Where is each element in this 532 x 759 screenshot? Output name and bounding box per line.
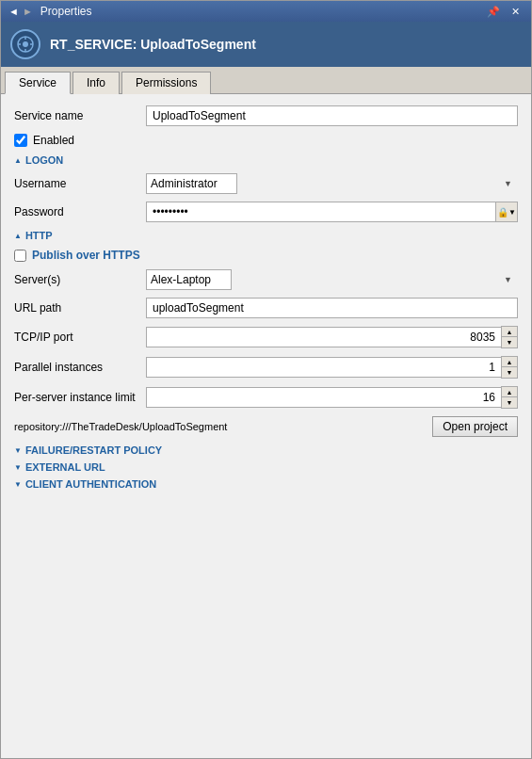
per-server-limit-input[interactable] bbox=[146, 387, 501, 408]
close-button[interactable]: ✕ bbox=[508, 6, 524, 18]
parallel-instances-row: Parallel instances ▲ ▼ bbox=[14, 356, 518, 379]
password-wrapper: 🔒▼ bbox=[146, 202, 518, 222]
logon-section-header[interactable]: LOGON bbox=[14, 154, 518, 166]
per-server-limit-decrement-button[interactable]: ▼ bbox=[502, 397, 517, 408]
failure-restart-section: FAILURE/RESTART POLICY bbox=[14, 444, 518, 456]
external-url-section-header[interactable]: EXTERNAL URL bbox=[14, 461, 518, 473]
title-bar-controls: 📌 ✕ bbox=[483, 6, 524, 18]
parallel-instances-input[interactable] bbox=[146, 357, 501, 378]
failure-restart-section-header[interactable]: FAILURE/RESTART POLICY bbox=[14, 444, 518, 456]
url-path-label: URL path bbox=[14, 301, 146, 315]
parallel-instances-increment-button[interactable]: ▲ bbox=[502, 357, 517, 367]
servers-row: Server(s) Alex-Laptop bbox=[14, 269, 518, 290]
password-input[interactable] bbox=[146, 202, 495, 222]
service-icon bbox=[10, 29, 40, 59]
publish-https-row: Publish over HTTPS bbox=[14, 249, 518, 262]
properties-window: ◄ ► Properties 📌 ✕ RT_SERVICE: UploadToS… bbox=[0, 0, 532, 759]
title-bar-left: ◄ ► Properties bbox=[8, 5, 91, 18]
servers-select[interactable]: Alex-Laptop bbox=[146, 269, 232, 290]
tcp-port-spinbox-wrapper: ▲ ▼ bbox=[146, 326, 518, 348]
forward-arrow-icon[interactable]: ► bbox=[23, 6, 33, 17]
title-bar-text: Properties bbox=[40, 5, 92, 18]
parallel-instances-decrement-button[interactable]: ▼ bbox=[502, 367, 517, 378]
tcp-port-decrement-button[interactable]: ▼ bbox=[502, 337, 517, 347]
enabled-checkbox[interactable] bbox=[14, 134, 27, 147]
back-arrow-icon[interactable]: ◄ bbox=[8, 6, 19, 17]
client-auth-section: CLIENT AUTHENTICATION bbox=[14, 478, 518, 490]
enabled-label: Enabled bbox=[33, 134, 74, 147]
pin-button[interactable]: 📌 bbox=[483, 6, 504, 18]
publish-https-checkbox[interactable] bbox=[14, 250, 26, 262]
client-auth-section-header[interactable]: CLIENT AUTHENTICATION bbox=[14, 478, 518, 490]
password-row: Password 🔒▼ bbox=[14, 202, 518, 222]
username-select[interactable]: Administrator bbox=[146, 173, 237, 194]
tab-service[interactable]: Service bbox=[5, 72, 71, 94]
tcp-port-input[interactable] bbox=[146, 327, 501, 347]
repo-row: repository:///TheTradeDesk/UploadToSegme… bbox=[14, 416, 518, 437]
tab-permissions[interactable]: Permissions bbox=[121, 72, 211, 94]
enabled-row: Enabled bbox=[14, 134, 518, 147]
url-path-row: URL path bbox=[14, 298, 518, 318]
tab-bar: Service Info Permissions bbox=[1, 67, 531, 94]
service-name-input[interactable] bbox=[146, 105, 518, 126]
repo-path-text: repository:///TheTradeDesk/UploadToSegme… bbox=[14, 421, 227, 432]
tcp-port-increment-button[interactable]: ▲ bbox=[502, 327, 517, 337]
parallel-instances-label: Parallel instances bbox=[14, 361, 146, 374]
external-url-section: EXTERNAL URL bbox=[14, 461, 518, 473]
http-section-header[interactable]: HTTP bbox=[14, 230, 518, 241]
per-server-limit-spinbox-buttons: ▲ ▼ bbox=[501, 386, 518, 409]
per-server-limit-spinbox-wrapper: ▲ ▼ bbox=[146, 386, 518, 409]
svg-point-1 bbox=[23, 41, 28, 47]
parallel-instances-spinbox-buttons: ▲ ▼ bbox=[501, 356, 518, 379]
title-bar: ◄ ► Properties 📌 ✕ bbox=[1, 1, 531, 22]
per-server-limit-increment-button[interactable]: ▲ bbox=[502, 387, 517, 397]
username-label: Username bbox=[14, 177, 146, 190]
password-label: Password bbox=[14, 205, 146, 218]
username-row: Username Administrator bbox=[14, 173, 518, 194]
tcp-port-label: TCP/IP port bbox=[14, 331, 146, 344]
parallel-instances-spinbox-wrapper: ▲ ▼ bbox=[146, 356, 518, 379]
service-name-row: Service name bbox=[14, 105, 518, 126]
url-path-input[interactable] bbox=[146, 298, 518, 318]
header-bar: RT_SERVICE: UploadToSegment bbox=[1, 22, 531, 67]
publish-https-label: Publish over HTTPS bbox=[32, 249, 140, 262]
username-select-wrapper: Administrator bbox=[146, 173, 518, 194]
servers-label: Server(s) bbox=[14, 273, 146, 286]
per-server-limit-row: Per-server instance limit ▲ ▼ bbox=[14, 386, 518, 409]
per-server-limit-label: Per-server instance limit bbox=[14, 391, 146, 404]
tab-info[interactable]: Info bbox=[73, 72, 120, 94]
tab-content: Service name Enabled LOGON Username Admi… bbox=[1, 94, 531, 758]
servers-select-wrapper: Alex-Laptop bbox=[146, 269, 518, 290]
tcp-port-spinbox-buttons: ▲ ▼ bbox=[501, 326, 518, 348]
password-reveal-button[interactable]: 🔒▼ bbox=[495, 202, 518, 222]
open-project-button[interactable]: Open project bbox=[432, 416, 518, 437]
tcp-port-row: TCP/IP port ▲ ▼ bbox=[14, 326, 518, 348]
service-name-label: Service name bbox=[14, 109, 146, 122]
header-title: RT_SERVICE: UploadToSegment bbox=[50, 37, 256, 52]
